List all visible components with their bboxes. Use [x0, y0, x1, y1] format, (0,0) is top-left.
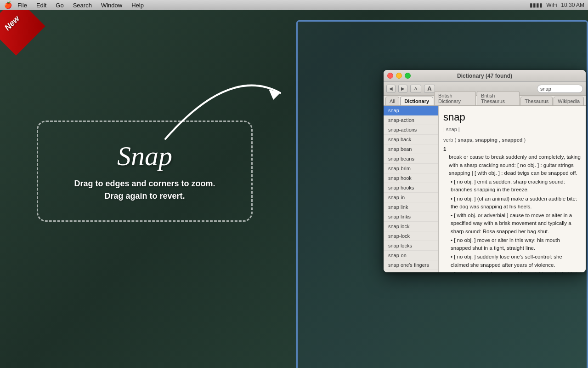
list-item-snap-action[interactable]: snap-action: [384, 115, 438, 125]
list-item-snap-bean[interactable]: snap bean: [384, 144, 438, 154]
menubar: 🍎 File Edit Go Search Window Help ▮▮▮▮ W…: [0, 0, 588, 10]
close-button[interactable]: [387, 73, 393, 79]
minimize-button[interactable]: [396, 73, 402, 79]
dict-word-list[interactable]: snapsnap-actionsnap-actionssnap backsnap…: [384, 106, 439, 272]
sense-bullet-1-1: • [ no obj. ] (of an animal) make a sudd…: [451, 195, 581, 211]
back-button[interactable]: ◀: [386, 85, 396, 93]
menu-go[interactable]: Go: [52, 1, 67, 10]
menu-help[interactable]: Help: [128, 1, 147, 10]
list-item-snap-link[interactable]: snap link: [384, 202, 438, 212]
list-item-snap-back[interactable]: snap back: [384, 135, 438, 144]
sense-text-1: break or cause to break suddenly and com…: [449, 153, 581, 177]
list-item-snap-brim[interactable]: snap-brim: [384, 164, 438, 173]
list-item-snap-locks[interactable]: snap locks: [384, 241, 438, 251]
clock: 10:30 AM: [561, 2, 584, 8]
tab-british-dict[interactable]: British Dictionary: [434, 91, 476, 105]
sense-number-1: 1: [443, 145, 581, 153]
list-item-snap[interactable]: snap: [384, 106, 438, 115]
tab-all[interactable]: All: [385, 97, 399, 105]
list-item-snap-links[interactable]: snap links: [384, 212, 438, 222]
maximize-button[interactable]: [405, 73, 411, 79]
sense-bullet-1-2: • [ with obj. or adverbial ] cause to mo…: [451, 212, 581, 236]
list-item-snap-one's-fingers[interactable]: snap one's fingers: [384, 260, 438, 270]
definition-pos: verb ( snaps, snapping , snapped ): [443, 136, 581, 144]
search-input[interactable]: snap: [537, 85, 583, 93]
dict-definition-panel: snap | snap | verb ( snaps, snapping , s…: [439, 106, 586, 272]
wifi-icon: WiFi: [546, 2, 557, 8]
new-badge: New: [0, 10, 37, 47]
tab-thesaurus[interactable]: Thesaurus: [520, 97, 553, 105]
dict-titlebar: Dictionary (47 found): [384, 70, 586, 82]
definition-word: snap: [443, 109, 581, 125]
list-item-snap-hooks[interactable]: snap hooks: [384, 183, 438, 193]
menu-file[interactable]: File: [14, 1, 31, 10]
tab-dictionary[interactable]: Dictionary: [400, 97, 433, 105]
menu-window[interactable]: Window: [97, 1, 126, 10]
search-value: snap: [540, 86, 551, 92]
window-title: Dictionary (47 found): [457, 73, 512, 79]
sense-bullet-1-5: • [ reporting verb ] say something quick…: [451, 270, 581, 272]
sense-bullet-1-3: • [ no obj. ] move or alter in this way:…: [451, 236, 581, 253]
snap-card: Snap Drag to edges and corners to zoom. …: [37, 121, 253, 222]
menu-search[interactable]: Search: [69, 1, 96, 10]
list-item-snap-lock[interactable]: snap lock: [384, 222, 438, 231]
snap-title: Snap: [117, 140, 172, 172]
sense-bullet-1-4: • [ no obj. ] suddenly lose one's self-c…: [451, 253, 581, 269]
battery-icon: ▮▮▮▮: [530, 2, 543, 8]
list-item-snap-actions[interactable]: snap-actions: [384, 125, 438, 135]
list-item-snap-lock[interactable]: snap-lock: [384, 231, 438, 241]
dictionary-window: Dictionary (47 found) ◀ ▶ A A snap All D…: [384, 70, 586, 272]
tab-british-thes[interactable]: British Thesaurus: [477, 91, 520, 105]
dict-tabs: All Dictionary British Dictionary Britis…: [384, 96, 586, 106]
list-item-snap-on[interactable]: snap-on: [384, 251, 438, 260]
list-item-snap-hook[interactable]: snap hook: [384, 173, 438, 183]
font-large-button[interactable]: A: [424, 85, 435, 93]
menubar-right: ▮▮▮▮ WiFi 10:30 AM: [530, 2, 584, 8]
list-item-snap-beans[interactable]: snap beans: [384, 154, 438, 164]
forward-button[interactable]: ▶: [398, 85, 407, 93]
snap-description: Drag to edges and corners to zoom. Drag …: [74, 178, 215, 202]
menu-edit[interactable]: Edit: [33, 1, 50, 10]
sense-bullet-1-0: • [ no obj. ] emit a sudden, sharp crack…: [451, 178, 581, 194]
tab-wikipedia[interactable]: Wikipedia: [554, 97, 584, 105]
list-item-snap-in[interactable]: snap-in: [384, 193, 438, 202]
desktop: New Snap Drag to edges and corners to zo…: [0, 10, 588, 368]
apple-menu[interactable]: 🍎: [4, 1, 12, 9]
definition-pronunciation: | snap |: [443, 126, 581, 133]
font-small-button[interactable]: A: [410, 85, 421, 93]
dict-content: snapsnap-actionsnap-actionssnap backsnap…: [384, 106, 586, 272]
definition-senses: 1break or cause to break suddenly and co…: [443, 145, 581, 272]
